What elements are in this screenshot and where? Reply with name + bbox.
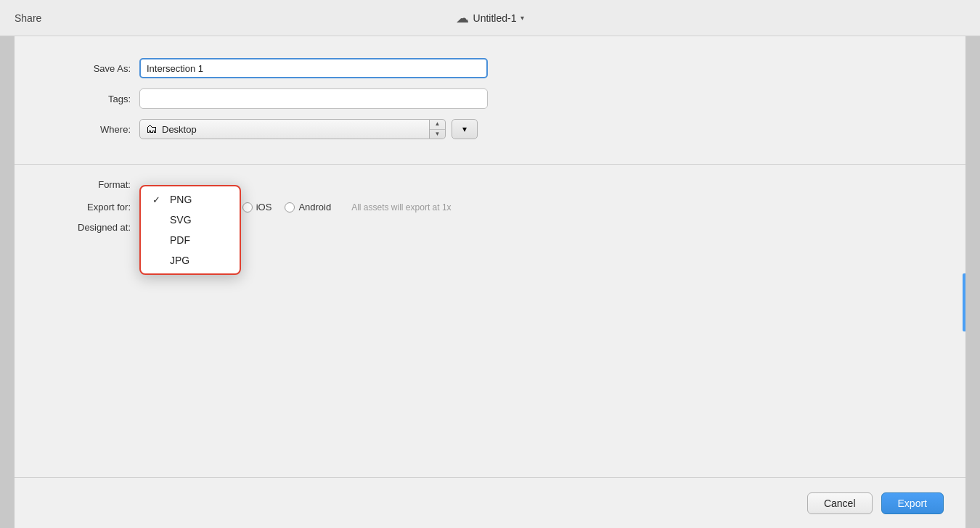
export-hint-text: All assets will export at 1x: [351, 202, 451, 213]
folder-icon: 🗂: [146, 123, 158, 136]
export-for-ios[interactable]: iOS: [242, 202, 272, 213]
cancel-button[interactable]: Cancel: [807, 492, 873, 514]
format-dropdown: ✓ PNG SVG PDF JPG: [139, 185, 241, 275]
lower-section: Format: ✓ PNG SVG PDF JPG: [15, 165, 965, 528]
document-title: Untitled-1: [473, 12, 517, 24]
format-option-svg-label: SVG: [170, 214, 192, 226]
dialog-container: Save As: Tags: Where: 🗂 Desktop ▲ ▼ ▾: [15, 36, 965, 528]
save-as-label: Save As:: [73, 63, 131, 74]
tags-input[interactable]: [139, 88, 488, 109]
side-accent: [963, 273, 965, 331]
radio-ios-icon: [242, 202, 253, 213]
format-option-png-label: PNG: [170, 194, 192, 205]
stepper-up-icon[interactable]: ▲: [430, 120, 445, 130]
title-area: ☁ Untitled-1 ▾: [456, 10, 525, 26]
format-option-svg[interactable]: SVG: [141, 210, 240, 230]
where-label: Where:: [73, 124, 131, 135]
top-bar: Share ☁ Untitled-1 ▾: [0, 0, 980, 36]
expand-button[interactable]: ▾: [452, 119, 478, 139]
upper-section: Save As: Tags: Where: 🗂 Desktop ▲ ▼ ▾: [15, 36, 965, 165]
tags-label: Tags:: [73, 94, 131, 104]
export-for-android-label: Android: [298, 202, 331, 213]
check-icon: ✓: [152, 194, 164, 205]
save-as-row: Save As:: [15, 58, 965, 78]
where-select[interactable]: 🗂 Desktop: [139, 119, 430, 139]
format-label: Format:: [73, 179, 131, 190]
where-stepper[interactable]: ▲ ▼: [430, 119, 446, 139]
chevron-down-icon: ▾: [462, 124, 467, 134]
format-option-pdf[interactable]: PDF: [141, 230, 240, 250]
export-for-ios-label: iOS: [256, 202, 272, 213]
format-option-jpg[interactable]: JPG: [141, 250, 240, 271]
title-chevron-icon[interactable]: ▾: [520, 14, 524, 22]
cloud-icon: ☁: [456, 10, 469, 26]
share-label: Share: [15, 12, 41, 24]
format-row: Format: ✓ PNG SVG PDF JPG: [15, 179, 965, 190]
export-for-label: Export for:: [73, 202, 131, 213]
designed-at-label: Designed at:: [73, 222, 131, 233]
where-row: Where: 🗂 Desktop ▲ ▼ ▾: [15, 119, 965, 139]
save-as-input[interactable]: [139, 58, 488, 78]
radio-android-icon: [285, 202, 295, 213]
where-input-group: 🗂 Desktop ▲ ▼ ▾: [139, 119, 478, 139]
stepper-down-icon[interactable]: ▼: [430, 130, 445, 139]
bottom-buttons: Cancel Export: [15, 477, 965, 528]
tags-row: Tags:: [15, 88, 965, 109]
format-option-png[interactable]: ✓ PNG: [141, 189, 240, 210]
export-button[interactable]: Export: [881, 492, 944, 514]
format-option-jpg-label: JPG: [170, 255, 189, 266]
where-value: Desktop: [162, 124, 423, 135]
export-for-android[interactable]: Android: [285, 202, 331, 213]
format-option-pdf-label: PDF: [170, 234, 190, 246]
